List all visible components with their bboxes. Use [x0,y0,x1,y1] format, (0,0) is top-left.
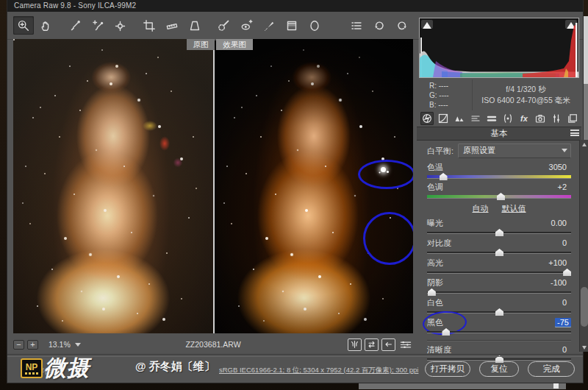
transform-tool-icon[interactable] [184,16,205,35]
photo-haze-overlay [13,39,213,333]
zoom-out-button[interactable]: − [13,340,24,350]
white-balance-select[interactable]: 原照设置 [458,143,571,158]
swap-before-after-icon[interactable] [365,338,379,351]
slider-tint: 色调+2 [421,180,577,200]
slider-temperature: 色温3050 [421,160,577,180]
adjustment-brush-tool-icon[interactable] [259,16,279,35]
temperature-slider[interactable] [427,173,571,180]
before-after-view-icon[interactable] [348,338,362,351]
done-button[interactable]: 完成 [528,361,575,377]
histogram [419,18,579,78]
after-image[interactable] [215,39,413,333]
hand-tool-icon[interactable] [36,16,57,35]
np-watermark-logo: NP [21,358,43,378]
status-bar: − + 13.1% ZZ203681.ARW [13,336,413,353]
tint-value[interactable]: +2 [557,182,571,191]
view-options-icon[interactable] [398,339,413,350]
desktop-background-dot [553,383,559,389]
panel-title: 基本 [417,127,581,141]
default-link[interactable]: 默认值 [502,203,526,214]
contrast-value[interactable]: 0 [562,238,571,247]
panel-scrollbar[interactable] [579,140,588,352]
zoom-tool-icon[interactable] [13,16,34,35]
annotation-ellipse-1 [358,160,413,189]
desktop-background-window [359,383,566,389]
white-balance-row: 白平衡: 原照设置 [421,141,577,160]
preset-list-icon[interactable] [346,16,367,35]
zoom-in-button[interactable]: + [27,340,38,350]
tab-before-view[interactable]: 原图 [187,39,215,50]
graduated-filter-tool-icon[interactable] [282,16,302,35]
exposure-info: f/4 1/320 秒 ISO 6400 24-70@55 毫米 [472,79,579,110]
open-copy-button[interactable]: 打开拷贝 [425,361,470,377]
view-controls [348,338,413,351]
watermark-brand: 微摄 [44,353,90,383]
chevron-down-icon [562,149,567,152]
slider-shadows: 阴影-100 [421,276,577,296]
radial-filter-tool-icon[interactable] [304,16,325,35]
clarity-value[interactable]: 0 [562,345,571,354]
highlights-slider[interactable] [427,269,571,276]
scroll-up-icon[interactable] [580,140,588,149]
footer-divider [7,354,583,357]
slider-blacks: 黑色-75 [421,316,577,336]
red-eye-tool-icon[interactable] [236,16,257,35]
slider-clarity: 清晰度0 [421,343,577,363]
image-preview-area[interactable]: 原图 效果图 [13,39,413,333]
crop-tool-icon[interactable] [139,16,159,35]
slider-exposure: 曝光0.00 [421,216,577,236]
auto-link[interactable]: 自动 [473,203,489,214]
tab-basic-icon[interactable] [420,112,434,125]
rotate-right-icon[interactable] [392,16,412,35]
tab-snapshots-icon[interactable] [566,112,579,125]
watermark-author: @ 乔冬娟〔维〕 [135,360,215,374]
slider-contrast: 对比度0 [421,236,577,256]
zoom-level-dropdown-icon[interactable] [75,343,81,347]
tint-slider[interactable] [427,193,571,200]
targeted-adjustment-tool-icon[interactable] [110,16,131,35]
auto-default-links: 自动 默认值 [421,200,577,216]
exposure-value[interactable]: 0.00 [551,219,571,227]
annotation-ellipse-2 [363,212,413,265]
tab-effects-icon[interactable]: fx [517,112,531,125]
before-image[interactable] [13,39,213,333]
iso-lens: ISO 6400 24-70@55 毫米 [481,95,570,106]
spot-removal-tool-icon[interactable] [213,16,234,35]
copy-settings-to-before-icon[interactable] [381,338,395,351]
slider-highlights: 高光+100 [421,256,577,276]
capture-info: R: ---- G: ---- B: ---- f/4 1/320 秒 ISO … [419,79,579,110]
blacks-value-input[interactable]: -75 [555,318,571,327]
blacks-slider[interactable] [427,328,571,336]
shadows-value[interactable]: -100 [551,278,571,287]
aperture-shutter: f/4 1/320 秒 [506,84,545,95]
tab-lens-corrections-icon[interactable] [501,112,514,125]
contrast-slider[interactable] [427,249,571,256]
tab-split-toning-icon[interactable] [485,112,498,125]
exposure-slider[interactable] [427,229,571,236]
color-sampler-tool-icon[interactable] [87,16,108,35]
panel-menu-icon[interactable] [570,130,579,138]
tab-presets-icon[interactable] [550,112,563,125]
shadows-slider[interactable] [427,288,571,296]
white-balance-label: 白平衡: [427,146,453,157]
straighten-tool-icon[interactable] [162,16,182,35]
workflow-options-link[interactable]: sRGB IEC61966-2.1; 8 位; 5304 x 7952 (42.… [219,366,418,375]
zoom-level-value: 13.1% [49,340,71,349]
window-title: Camera Raw 9.8 - Sony ILCA-99M2 [7,0,583,12]
temperature-value[interactable]: 3050 [549,163,571,171]
white-balance-tool-icon[interactable] [65,16,85,35]
tab-camera-calibration-icon[interactable] [534,112,547,125]
highlights-value[interactable]: +100 [548,258,571,267]
tab-tone-curve-icon[interactable] [437,112,450,125]
basic-panel: 白平衡: 原照设置 色温3050 色调+2 自动 默认值 曝光0.00 对比度0 [421,141,577,363]
whites-value[interactable]: 0 [562,298,571,307]
reset-button[interactable]: 复位 [479,361,519,377]
tab-after-view[interactable]: 效果图 [216,39,253,50]
tab-detail-icon[interactable] [453,112,466,125]
scrollbar-thumb[interactable] [581,287,588,327]
rotate-left-icon[interactable] [369,16,390,35]
tab-hsl-icon[interactable] [469,112,482,125]
rgb-readout: R: ---- G: ---- B: ---- [419,79,472,110]
camera-raw-dialog: Camera Raw 9.8 - Sony ILCA-99M2 [7,0,583,383]
scroll-down-icon[interactable] [580,343,588,352]
